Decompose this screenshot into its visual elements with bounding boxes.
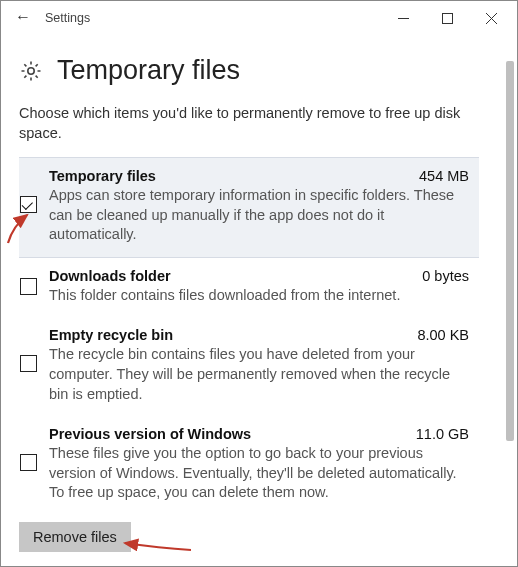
checkbox[interactable]	[20, 355, 37, 372]
checkbox[interactable]	[20, 278, 37, 295]
gear-icon	[19, 59, 43, 83]
list-item[interactable]: Temporary files454 MBApps can store temp…	[19, 157, 479, 258]
item-name: Previous version of Windows	[49, 426, 251, 442]
items-list: Temporary files454 MBApps can store temp…	[19, 157, 499, 515]
window-title: Settings	[45, 11, 90, 25]
item-size: 0 bytes	[422, 268, 469, 284]
list-item[interactable]: Downloads folder0 bytesThis folder conta…	[19, 258, 479, 318]
maximize-button[interactable]	[425, 3, 469, 33]
item-description: The recycle bin contains files you have …	[49, 345, 469, 404]
item-size: 454 MB	[419, 168, 469, 184]
scrollbar[interactable]	[504, 61, 514, 552]
item-size: 11.0 GB	[416, 426, 469, 442]
item-description: Apps can store temporary information in …	[49, 186, 469, 245]
svg-rect-1	[442, 13, 452, 23]
item-name: Temporary files	[49, 168, 156, 184]
close-button[interactable]	[469, 3, 513, 33]
scrollbar-thumb[interactable]	[506, 61, 514, 441]
titlebar: ← Settings	[1, 1, 517, 35]
list-item[interactable]: Previous version of Windows11.0 GBThese …	[19, 416, 479, 515]
remove-files-button[interactable]: Remove files	[19, 522, 131, 552]
page-header: Temporary files	[1, 35, 517, 104]
item-size: 8.00 KB	[417, 327, 469, 343]
intro-text: Choose which items you'd like to permane…	[19, 104, 499, 143]
svg-point-4	[28, 67, 34, 73]
list-item[interactable]: Empty recycle bin8.00 KBThe recycle bin …	[19, 317, 479, 416]
checkbox[interactable]	[20, 454, 37, 471]
item-description: This folder contains files downloaded fr…	[49, 286, 469, 306]
item-description: These files give you the option to go ba…	[49, 444, 469, 503]
page-title: Temporary files	[57, 55, 240, 86]
back-button[interactable]: ←	[15, 8, 31, 26]
content-area: Choose which items you'd like to permane…	[1, 104, 517, 567]
item-name: Empty recycle bin	[49, 327, 173, 343]
minimize-button[interactable]	[381, 3, 425, 33]
checkbox[interactable]	[20, 196, 37, 213]
item-name: Downloads folder	[49, 268, 171, 284]
